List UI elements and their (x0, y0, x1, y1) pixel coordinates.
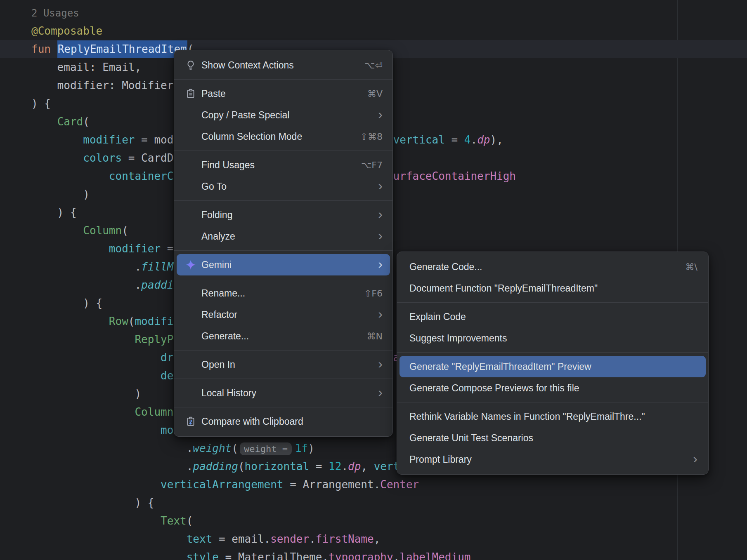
code-token: verticalArrangement (161, 478, 283, 491)
chevron-right-icon: › (378, 229, 383, 242)
gemini-icon (185, 259, 196, 271)
code-line[interactable]: ) { (0, 494, 747, 512)
menu-item-generate[interactable]: Generate...⌘N (177, 325, 390, 347)
code-line[interactable]: verticalArrangement = Arrangement.Center (0, 475, 747, 494)
menu-item-local-history[interactable]: Local History› (177, 382, 390, 404)
menu-item-shortcut: ⇧F6 (364, 288, 383, 299)
code-token: modifier (109, 242, 161, 255)
code-line[interactable]: Text( (0, 512, 747, 530)
menu-item-copy-paste-special[interactable]: Copy / Paste Special› (177, 104, 390, 126)
code-token: , (374, 533, 381, 545)
submenu-item-generate-unit-test-scenarios[interactable]: Generate Unit Test Scenarios (400, 427, 706, 449)
menu-item-go-to[interactable]: Go To› (177, 176, 390, 197)
submenu-item-prompt-library[interactable]: Prompt Library› (400, 449, 706, 470)
menu-item-shortcut: ⌥F7 (361, 160, 383, 170)
code-token: = email. (212, 533, 270, 545)
menu-item-label: Explain Code (409, 311, 697, 322)
code-token: Card (57, 115, 83, 128)
menu-separator (397, 352, 708, 353)
submenu-item-suggest-improvements[interactable]: Suggest Improvements (400, 327, 706, 349)
menu-separator (174, 350, 392, 351)
menu-item-label: Compare with Clipboard (201, 416, 383, 427)
code-token: . (471, 134, 478, 146)
code-line[interactable]: 2 Usages (0, 4, 747, 22)
code-token (31, 515, 161, 527)
code-token: ) (31, 388, 141, 400)
menu-item-label: Go To (201, 181, 368, 192)
menu-item-paste[interactable]: Paste⌘V (177, 83, 390, 104)
code-token (31, 424, 161, 436)
submenu-item-explain-code[interactable]: Explain Code (400, 306, 706, 327)
code-token: 1f (295, 442, 308, 454)
code-token: style (187, 551, 219, 560)
menu-item-label: Rename... (201, 288, 354, 299)
submenu-item-rethink-variable-names-in-function-replyemailthre[interactable]: Rethink Variable Names in Function "Repl… (400, 406, 706, 427)
code-token (31, 315, 109, 327)
code-token (31, 115, 57, 128)
code-token: . (341, 460, 348, 473)
menu-separator (174, 407, 392, 407)
submenu-item-document-function-replyemailthreaditem[interactable]: Document Function "ReplyEmailThreadItem" (400, 278, 706, 299)
menu-separator (174, 279, 392, 279)
code-token: 12 (329, 460, 341, 473)
code-token: 4 (464, 134, 471, 146)
menu-item-folding[interactable]: Folding› (177, 204, 390, 226)
code-token: ( (122, 224, 128, 237)
code-token: = MaterialTheme. (219, 551, 329, 560)
code-token: colors (83, 152, 122, 164)
code-line[interactable]: text = email.sender.firstName, (0, 530, 747, 548)
menu-separator (397, 402, 708, 402)
menu-item-analyze[interactable]: Analyze› (177, 226, 390, 247)
menu-item-compare-with-clipboard[interactable]: Compare with Clipboard (177, 411, 390, 432)
lightbulb-icon (185, 59, 196, 71)
code-token: ) { (31, 496, 154, 509)
menu-item-label: Generate Compose Previews for this file (409, 383, 697, 394)
menu-item-find-usages[interactable]: Find Usages⌥F7 (177, 154, 390, 176)
chevron-right-icon: › (378, 108, 383, 121)
code-token: Column (83, 224, 122, 237)
code-token: = (445, 134, 464, 146)
chevron-right-icon: › (378, 386, 383, 399)
menu-item-label: Column Selection Mode (201, 131, 350, 142)
menu-item-label: Generate... (201, 331, 357, 342)
submenu-item-generate-code[interactable]: Generate Code...⌘\ (400, 256, 706, 278)
menu-item-label: Show Context Actions (201, 60, 355, 71)
menu-item-rename[interactable]: Rename...⇧F6 (177, 282, 390, 304)
code-token: ) { (31, 297, 102, 309)
menu-item-column-selection-mode[interactable]: Column Selection Mode⇧⌘8 (177, 126, 390, 147)
code-token: . (393, 551, 400, 560)
code-token (31, 369, 161, 382)
menu-item-open-in[interactable]: Open In› (177, 354, 390, 375)
code-token: = (309, 460, 329, 473)
menu-item-label: Copy / Paste Special (201, 110, 368, 121)
menu-item-shortcut: ⌘\ (686, 262, 697, 272)
compare-clipboard-icon (185, 416, 196, 427)
code-token: . (31, 261, 141, 273)
menu-item-gemini[interactable]: Gemini› (177, 254, 390, 275)
submenu-item-generate-compose-previews-for-this-file[interactable]: Generate Compose Previews for this file (400, 377, 706, 399)
code-token: firstName (316, 533, 374, 545)
code-token (31, 242, 109, 255)
menu-item-show-context-actions[interactable]: Show Context Actions⌥⏎ (177, 54, 390, 76)
menu-item-refactor[interactable]: Refactor› (177, 304, 390, 325)
code-line[interactable]: style = MaterialTheme.typography.labelMe… (0, 548, 747, 560)
menu-item-label: Open In (201, 359, 368, 370)
menu-separator (174, 79, 392, 80)
menu-item-label: Suggest Improvements (409, 333, 697, 344)
code-token: ( (232, 442, 238, 454)
code-token: sender (270, 533, 309, 545)
submenu-item-generate-replyemailthreaditem-preview[interactable]: Generate "ReplyEmailThreadItem" Preview (400, 356, 706, 377)
menu-separator (174, 250, 392, 251)
code-token: . (31, 279, 141, 291)
menu-item-label: Gemini (201, 259, 368, 271)
code-line[interactable]: @Composable (0, 22, 747, 40)
code-token (31, 478, 161, 491)
menu-item-shortcut: ⌘N (367, 331, 383, 341)
code-token: Row (109, 315, 128, 327)
code-token: ( (238, 460, 245, 473)
code-token: fun (31, 43, 57, 55)
code-token: ) { (31, 206, 77, 219)
editor-context-menu: Show Context Actions⌥⏎ Paste⌘VCopy / Pas… (174, 50, 393, 437)
code-token (31, 224, 83, 237)
menu-separator (174, 151, 392, 151)
